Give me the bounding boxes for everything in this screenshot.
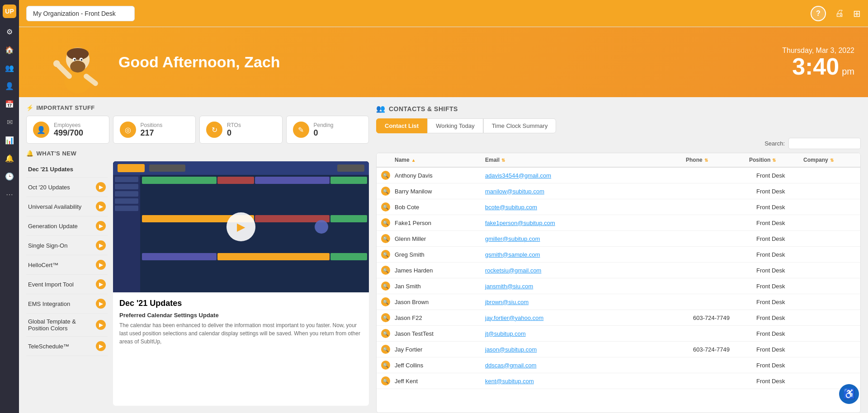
news-item-teleschedule[interactable]: TeleSchedule™ ▶ xyxy=(26,337,108,356)
chevron-down-icon: ▾ xyxy=(125,10,128,17)
sidebar-item-reports[interactable]: 📊 xyxy=(1,132,18,148)
row-search-icon[interactable]: 🔍 xyxy=(381,266,395,275)
sidebar-item-profile[interactable]: 👤 xyxy=(1,78,18,94)
sidebar-item-settings[interactable]: ⚙ xyxy=(1,23,18,40)
news-video[interactable]: ▶ xyxy=(113,161,369,292)
row-name: Jan Smith xyxy=(395,283,485,290)
news-item-single-sign-on[interactable]: Single Sign-On ▶ xyxy=(26,236,108,255)
row-email[interactable]: manilow@subitup.com xyxy=(485,188,693,195)
news-item-ems-integration[interactable]: EMS Integration ▶ xyxy=(26,294,108,314)
row-email[interactable]: ddscas@gmail.com xyxy=(485,362,693,369)
row-email[interactable]: gsmith@sample.com xyxy=(485,251,693,258)
row-position: Front Desk xyxy=(756,346,811,353)
row-search-icon[interactable]: 🔍 xyxy=(381,187,395,196)
row-search-icon[interactable]: 🔍 xyxy=(381,171,395,180)
row-search-icon[interactable]: 🔍 xyxy=(381,376,395,385)
news-item-hellocert[interactable]: HelloCert™ ▶ xyxy=(26,255,108,275)
row-search-icon[interactable]: 🔍 xyxy=(381,329,395,338)
row-name: James Harden xyxy=(395,267,485,274)
org-selector[interactable]: My Organization - Front Desk ▾ xyxy=(26,6,135,21)
sidebar-item-timeclock[interactable]: 🕒 xyxy=(1,168,18,184)
col-email[interactable]: Email ⇅ xyxy=(485,157,686,163)
tab-working-today[interactable]: Working Today xyxy=(427,118,483,133)
row-search-icon[interactable]: 🔍 xyxy=(381,218,395,227)
row-position: Front Desk xyxy=(756,172,811,179)
row-email[interactable]: bcote@subitup.com xyxy=(485,204,693,211)
accessibility-button[interactable]: ♿ xyxy=(839,384,859,404)
table-row: 🔍 Glenn Miller gmiller@subitup.com Front… xyxy=(377,231,860,247)
pending-label: Pending xyxy=(314,122,334,128)
arrow-icon: ▶ xyxy=(96,299,106,309)
col-company[interactable]: Company ⇅ xyxy=(803,157,849,163)
news-content: ▶ Dec '21 Updates Preferred Calendar Set… xyxy=(113,161,369,406)
news-item-universal-availability[interactable]: Universal Availability ▶ xyxy=(26,197,108,216)
row-search-icon[interactable]: 🔍 xyxy=(381,313,395,322)
row-phone: 603-724-7749 xyxy=(693,314,756,321)
hero-character xyxy=(46,31,109,94)
sidebar-item-notifications[interactable]: 🔔 xyxy=(1,150,18,166)
news-item-dec21[interactable]: Dec '21 Updates xyxy=(26,161,108,178)
topbar: My Organization - Front Desk ▾ ? 🖨 ⊞ xyxy=(19,0,868,27)
news-text: Dec '21 Updates Preferred Calendar Setti… xyxy=(113,292,369,352)
row-search-icon[interactable]: 🔍 xyxy=(381,345,395,354)
news-item-generation-update[interactable]: Generation Update ▶ xyxy=(26,216,108,236)
pending-icon: ✎ xyxy=(293,122,309,138)
print-icon[interactable]: 🖨 xyxy=(835,8,844,19)
col-position[interactable]: Position ⇅ xyxy=(749,157,803,163)
hero-datetime: Thursday, Mar 3, 2022 3:40 pm xyxy=(782,47,854,78)
employees-value: 499/700 xyxy=(54,128,83,138)
row-position: Front Desk xyxy=(756,283,811,290)
table-row: 🔍 Jason F22 jay.fortier@yahoo.com 603-72… xyxy=(377,310,860,326)
news-item-oct20[interactable]: Oct '20 Updates ▶ xyxy=(26,178,108,197)
org-name: My Organization - Front Desk xyxy=(33,10,116,17)
row-search-icon[interactable]: 🔍 xyxy=(381,250,395,259)
row-email[interactable]: kent@subitup.com xyxy=(485,378,693,385)
contacts-tabs: Contact List Working Today Time Clock Su… xyxy=(376,118,861,133)
sort-icon-company: ⇅ xyxy=(830,158,834,163)
hero-banner: Good Afternoon, Zach Thursday, Mar 3, 20… xyxy=(19,27,868,97)
play-button[interactable]: ▶ xyxy=(226,212,255,241)
grid-icon[interactable]: ⊞ xyxy=(853,8,861,19)
hero-greeting: Good Afternoon, Zach xyxy=(118,53,280,71)
arrow-icon: ▶ xyxy=(96,341,106,351)
row-email[interactable]: jason@subitup.com xyxy=(485,346,693,353)
row-name: Barry Manilow xyxy=(395,188,485,195)
tab-time-clock-summary[interactable]: Time Clock Summary xyxy=(483,118,557,133)
right-panel: 👥 CONTACTS & SHIFTS Contact List Working… xyxy=(376,97,868,413)
row-email[interactable]: jt@subitup.com xyxy=(485,330,693,337)
topbar-left: My Organization - Front Desk ▾ xyxy=(26,6,135,21)
row-email[interactable]: jansmith@siu.com xyxy=(485,283,693,290)
row-search-icon[interactable]: 🔍 xyxy=(381,282,395,291)
table-row: 🔍 Barry Manilow manilow@subitup.com Fron… xyxy=(377,183,860,199)
row-search-icon[interactable]: 🔍 xyxy=(381,202,395,211)
row-search-icon[interactable]: 🔍 xyxy=(381,361,395,370)
table-row: 🔍 Bob Cote bcote@subitup.com Front Desk xyxy=(377,199,860,215)
row-name: Greg Smith xyxy=(395,251,485,258)
col-phone[interactable]: Phone ⇅ xyxy=(686,157,749,163)
news-item-event-import[interactable]: Event Import Tool ▶ xyxy=(26,275,108,294)
search-input[interactable] xyxy=(788,138,861,149)
sidebar-item-more[interactable]: ⋯ xyxy=(1,186,18,202)
sidebar-item-calendar[interactable]: 📅 xyxy=(1,96,18,112)
tab-contact-list[interactable]: Contact List xyxy=(376,118,427,133)
table-row: 🔍 Jan Smith jansmith@siu.com Front Desk xyxy=(377,278,860,294)
row-search-icon[interactable]: 🔍 xyxy=(381,297,395,306)
news-article-subtitle: Preferred Calendar Settings Update xyxy=(119,312,363,319)
news-item-global-template[interactable]: Global Template & Position Colors ▶ xyxy=(26,314,108,337)
col-name[interactable]: Name ▲ xyxy=(395,157,485,163)
svg-line-9 xyxy=(57,64,69,76)
row-email[interactable]: rocketsiu@gmail.com xyxy=(485,267,693,274)
row-email[interactable]: adavis34544@gmail.com xyxy=(485,172,693,179)
sidebar-item-messages[interactable]: ✉ xyxy=(1,114,18,130)
sidebar-item-home[interactable]: 🏠 xyxy=(1,42,18,58)
row-search-icon[interactable]: 🔍 xyxy=(381,234,395,243)
help-icon[interactable]: ? xyxy=(811,6,826,21)
sidebar-item-users[interactable]: 👥 xyxy=(1,60,18,76)
app-logo[interactable]: UP xyxy=(3,5,16,18)
row-email[interactable]: fake1person@subitup.com xyxy=(485,220,693,226)
row-email[interactable]: jay.fortier@yahoo.com xyxy=(485,314,693,321)
sort-icon-phone: ⇅ xyxy=(704,158,708,163)
row-email[interactable]: gmiller@subitup.com xyxy=(485,235,693,242)
row-email[interactable]: jbrown@siu.com xyxy=(485,299,693,305)
bolt-icon: ⚡ xyxy=(26,104,34,111)
